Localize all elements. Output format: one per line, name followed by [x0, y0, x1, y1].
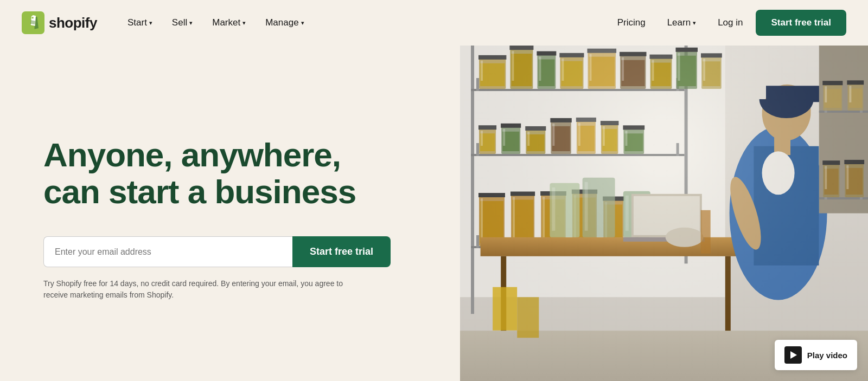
chevron-down-icon: ▾ [189, 20, 193, 27]
hero-headline-line2: can start a business [43, 173, 356, 210]
chevron-down-icon: ▾ [301, 20, 304, 27]
nav-item-sell[interactable]: Sell ▾ [163, 13, 201, 33]
hero-headline-line1: Anyone, anywhere, [43, 136, 341, 173]
nav-right: Pricing Learn ▾ Log in Start free trial [609, 10, 846, 36]
nav-item-manage[interactable]: Manage ▾ [257, 13, 312, 33]
nav-manage-label: Manage [265, 17, 298, 28]
nav-sell-label: Sell [172, 17, 187, 28]
chevron-down-icon: ▾ [242, 20, 246, 27]
chevron-down-icon: ▾ [693, 20, 696, 27]
nav-login[interactable]: Log in [709, 13, 751, 33]
play-video-button[interactable]: Play video [775, 340, 857, 370]
nav-start-trial-button[interactable]: Start free trial [756, 10, 846, 36]
hero-image-canvas [460, 46, 868, 381]
nav-learn[interactable]: Learn ▾ [659, 13, 705, 33]
nav-start-label: Start [127, 17, 147, 28]
logo-text: shopify [49, 15, 97, 31]
nav-left: Start ▾ Sell ▾ Market ▾ Manage ▾ [119, 13, 313, 33]
nav-market-label: Market [212, 17, 240, 28]
play-triangle-icon [790, 351, 797, 359]
play-video-label: Play video [807, 351, 847, 360]
nav-pricing[interactable]: Pricing [609, 13, 654, 33]
hero-right-panel: Play video [460, 46, 868, 381]
email-input[interactable] [43, 236, 292, 267]
shopify-logo-icon [22, 11, 44, 34]
navbar: shopify Start ▾ Sell ▾ Market ▾ Manage ▾… [0, 0, 868, 46]
hero-left-panel: Anyone, anywhere, can start a business S… [0, 46, 460, 381]
logo-link[interactable]: shopify [22, 11, 97, 34]
disclaimer-text: Try Shopify free for 14 days, no credit … [43, 278, 358, 301]
nav-item-market[interactable]: Market ▾ [203, 13, 254, 33]
play-icon [784, 346, 802, 364]
hero-start-trial-button[interactable]: Start free trial [292, 236, 391, 267]
svg-point-1 [31, 17, 33, 18]
main-content: Anyone, anywhere, can start a business S… [0, 46, 868, 381]
nav-item-start[interactable]: Start ▾ [119, 13, 161, 33]
email-form: Start free trial [43, 236, 391, 267]
chevron-down-icon: ▾ [149, 20, 152, 27]
hero-headline: Anyone, anywhere, can start a business [43, 137, 427, 210]
